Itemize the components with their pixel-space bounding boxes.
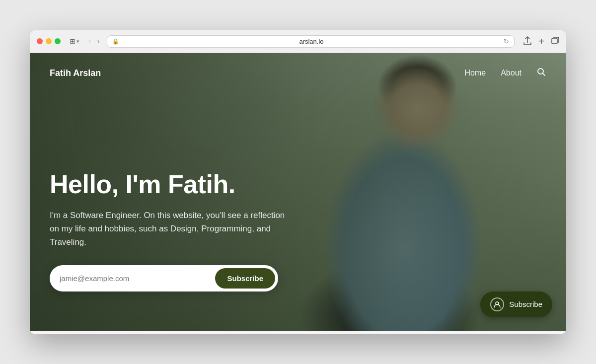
forward-button[interactable]: ›: [95, 36, 101, 46]
subscribe-button[interactable]: Subscribe: [215, 268, 275, 289]
browser-actions: +: [523, 36, 559, 47]
lock-icon: 🔒: [112, 38, 119, 45]
back-button[interactable]: ‹: [86, 36, 93, 46]
nav-arrows: ‹ ›: [86, 36, 102, 46]
sidebar-toggle[interactable]: ⊞ ▾: [70, 37, 79, 45]
url-text: arslan.io: [122, 38, 501, 45]
subscribe-avatar-icon: [490, 297, 504, 311]
close-button[interactable]: [37, 38, 43, 44]
floating-subscribe-label: Subscribe: [509, 300, 542, 308]
chevron-down-icon: ▾: [76, 38, 79, 45]
subscribe-form: Subscribe: [50, 265, 278, 291]
maximize-button[interactable]: [55, 38, 61, 44]
svg-rect-0: [552, 38, 557, 44]
hero-subtitle: I'm a Software Engineer. On this website…: [50, 209, 288, 249]
tabs-button[interactable]: [551, 37, 559, 46]
email-input[interactable]: [60, 274, 215, 283]
floating-subscribe-button[interactable]: Subscribe: [480, 291, 552, 317]
traffic-lights: [37, 38, 61, 44]
hero-title: Hello, I'm Fatih.: [50, 170, 288, 199]
address-bar[interactable]: 🔒 arslan.io ↻: [107, 35, 515, 48]
new-tab-button[interactable]: +: [538, 36, 544, 46]
minimize-button[interactable]: [46, 38, 52, 44]
nav-about-link[interactable]: About: [501, 69, 522, 77]
hero-content: Hello, I'm Fatih. I'm a Software Enginee…: [50, 170, 288, 291]
site-logo[interactable]: Fatih Arslan: [50, 68, 101, 78]
site-navigation: Fatih Arslan Home About: [30, 53, 566, 93]
share-button[interactable]: [523, 36, 531, 47]
browser-chrome: ⊞ ▾ ‹ › 🔒 arslan.io ↻ +: [30, 30, 566, 53]
nav-links: Home About: [465, 67, 547, 79]
browser-bottom-bar: [30, 331, 566, 334]
search-icon[interactable]: [536, 67, 546, 79]
browser-window: ⊞ ▾ ‹ › 🔒 arslan.io ↻ +: [30, 30, 566, 334]
website-content: Fatih Arslan Home About Hello, I'm Fatih…: [30, 53, 566, 331]
sidebar-icon: ⊞: [70, 37, 75, 45]
nav-home-link[interactable]: Home: [465, 69, 486, 77]
reload-button[interactable]: ↻: [504, 38, 509, 45]
